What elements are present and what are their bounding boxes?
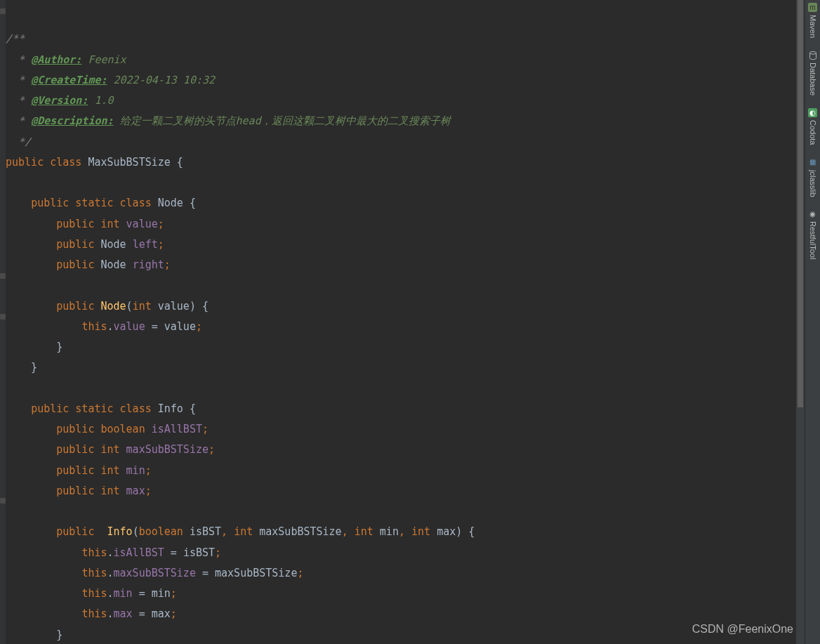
javadoc-version-tag: @Version:	[31, 94, 88, 107]
restfultool-icon: ◉	[808, 209, 817, 218]
javadoc-version-value: 1.0	[88, 94, 113, 107]
javadoc-createtime-value: 2022-04-13 10:32	[107, 74, 216, 86]
right-tool-sidebar: m Maven Database ◐ Codota ▦ jclasslib ◉ …	[805, 0, 820, 644]
javadoc-createtime-tag: @CreateTime:	[31, 74, 107, 86]
codota-icon: ◐	[808, 108, 817, 117]
scrollbar-thumb[interactable]	[798, 0, 803, 407]
tool-tab-jclasslib[interactable]: ▦ jclasslib	[805, 158, 820, 197]
maven-icon: m	[808, 3, 817, 12]
svg-point-0	[809, 51, 816, 54]
database-icon	[808, 51, 817, 60]
code-editor[interactable]: /** * @Author: Feenix * @CreateTime: 202…	[6, 0, 796, 644]
javadoc-author-tag: @Author:	[31, 53, 81, 66]
tool-tab-database[interactable]: Database	[805, 51, 820, 96]
class-name-node: Node	[158, 197, 183, 209]
tool-tab-restfultool[interactable]: ◉ RestfulTool	[805, 209, 820, 259]
editor-gutter	[0, 0, 6, 644]
javadoc-description-value: 给定一颗二叉树的头节点head，返回这颗二叉树中最大的二叉搜索子树	[114, 114, 451, 127]
tool-tab-maven[interactable]: m Maven	[805, 3, 820, 38]
jclasslib-icon: ▦	[808, 158, 817, 167]
javadoc-author-value: Feenix	[81, 53, 126, 66]
class-name-main: MaxSubBSTSize	[88, 156, 170, 169]
class-name-info: Info	[158, 402, 183, 415]
vertical-scrollbar[interactable]	[796, 0, 805, 644]
tool-tab-codota[interactable]: ◐ Codota	[805, 108, 820, 145]
javadoc-description-tag: @Description:	[31, 114, 113, 127]
